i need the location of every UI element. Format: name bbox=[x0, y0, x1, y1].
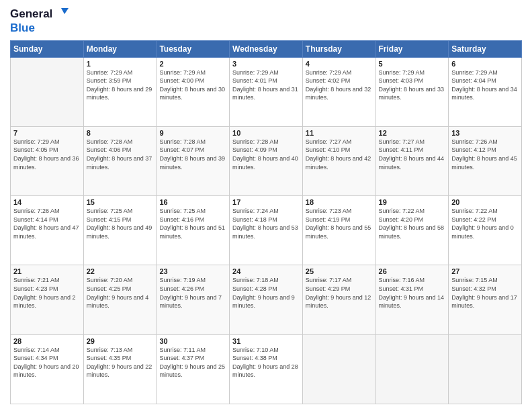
calendar-cell: 30Sunrise: 7:11 AMSunset: 4:37 PMDayligh… bbox=[157, 334, 230, 404]
day-number: 21 bbox=[13, 267, 81, 275]
day-number: 19 bbox=[379, 198, 446, 206]
day-number: 9 bbox=[159, 129, 226, 137]
calendar-cell: 28Sunrise: 7:14 AMSunset: 4:34 PMDayligh… bbox=[11, 334, 84, 404]
calendar-cell: 14Sunrise: 7:26 AMSunset: 4:14 PMDayligh… bbox=[11, 196, 84, 265]
day-number: 27 bbox=[451, 267, 519, 275]
day-info: Sunrise: 7:26 AMSunset: 4:14 PMDaylight:… bbox=[13, 207, 81, 240]
calendar-cell: 3Sunrise: 7:29 AMSunset: 4:01 PMDaylight… bbox=[230, 57, 303, 126]
day-number: 23 bbox=[159, 267, 226, 275]
logo: General Blue bbox=[10, 7, 69, 35]
calendar-week-row: 7Sunrise: 7:29 AMSunset: 4:05 PMDaylight… bbox=[11, 126, 522, 195]
calendar-week-row: 14Sunrise: 7:26 AMSunset: 4:14 PMDayligh… bbox=[11, 196, 522, 265]
day-number: 1 bbox=[87, 60, 154, 68]
calendar-cell: 15Sunrise: 7:25 AMSunset: 4:15 PMDayligh… bbox=[83, 196, 157, 265]
day-number: 17 bbox=[232, 198, 300, 206]
calendar-cell bbox=[375, 334, 449, 404]
calendar-week-row: 21Sunrise: 7:21 AMSunset: 4:23 PMDayligh… bbox=[11, 265, 522, 334]
day-info: Sunrise: 7:18 AMSunset: 4:28 PMDaylight:… bbox=[232, 276, 300, 310]
calendar-cell: 1Sunrise: 7:29 AMSunset: 3:59 PMDaylight… bbox=[83, 57, 157, 126]
calendar-cell: 11Sunrise: 7:27 AMSunset: 4:10 PMDayligh… bbox=[302, 126, 375, 195]
day-info: Sunrise: 7:11 AMSunset: 4:37 PMDaylight:… bbox=[159, 346, 226, 379]
calendar-cell: 25Sunrise: 7:17 AMSunset: 4:29 PMDayligh… bbox=[302, 265, 375, 334]
header: General Blue bbox=[10, 7, 522, 35]
day-info: Sunrise: 7:25 AMSunset: 4:16 PMDaylight:… bbox=[159, 207, 226, 240]
day-info: Sunrise: 7:22 AMSunset: 4:20 PMDaylight:… bbox=[379, 207, 446, 240]
logo-text: General Blue bbox=[10, 7, 69, 35]
day-number: 8 bbox=[87, 129, 154, 137]
day-number: 11 bbox=[306, 129, 373, 137]
day-info: Sunrise: 7:10 AMSunset: 4:38 PMDaylight:… bbox=[232, 346, 300, 379]
day-number: 29 bbox=[87, 337, 154, 345]
day-number: 6 bbox=[451, 60, 519, 68]
day-number: 25 bbox=[306, 267, 373, 275]
day-number: 14 bbox=[13, 198, 81, 206]
calendar-cell: 24Sunrise: 7:18 AMSunset: 4:28 PMDayligh… bbox=[230, 265, 303, 334]
calendar-cell: 4Sunrise: 7:29 AMSunset: 4:02 PMDaylight… bbox=[302, 57, 375, 126]
day-info: Sunrise: 7:26 AMSunset: 4:12 PMDaylight:… bbox=[451, 138, 519, 171]
weekday-header: Tuesday bbox=[157, 40, 230, 57]
calendar-cell: 8Sunrise: 7:28 AMSunset: 4:06 PMDaylight… bbox=[83, 126, 157, 195]
day-number: 28 bbox=[13, 337, 81, 345]
day-number: 7 bbox=[13, 129, 81, 137]
calendar-table: SundayMondayTuesdayWednesdayThursdayFrid… bbox=[10, 40, 522, 404]
day-info: Sunrise: 7:14 AMSunset: 4:34 PMDaylight:… bbox=[13, 346, 81, 379]
weekday-header: Saturday bbox=[449, 40, 522, 57]
day-number: 12 bbox=[379, 129, 446, 137]
day-info: Sunrise: 7:27 AMSunset: 4:10 PMDaylight:… bbox=[306, 138, 373, 171]
calendar-week-row: 1Sunrise: 7:29 AMSunset: 3:59 PMDaylight… bbox=[11, 57, 522, 126]
weekday-header: Sunday bbox=[11, 40, 84, 57]
calendar-cell bbox=[11, 57, 84, 126]
day-number: 31 bbox=[232, 337, 300, 345]
svg-marker-0 bbox=[61, 8, 69, 14]
calendar-cell: 12Sunrise: 7:27 AMSunset: 4:11 PMDayligh… bbox=[375, 126, 449, 195]
calendar-cell: 20Sunrise: 7:22 AMSunset: 4:22 PMDayligh… bbox=[449, 196, 522, 265]
calendar-cell: 2Sunrise: 7:29 AMSunset: 4:00 PMDaylight… bbox=[157, 57, 230, 126]
day-info: Sunrise: 7:29 AMSunset: 4:02 PMDaylight:… bbox=[306, 68, 373, 102]
calendar-cell: 16Sunrise: 7:25 AMSunset: 4:16 PMDayligh… bbox=[157, 196, 230, 265]
day-info: Sunrise: 7:20 AMSunset: 4:25 PMDaylight:… bbox=[87, 276, 154, 310]
calendar-cell: 6Sunrise: 7:29 AMSunset: 4:04 PMDaylight… bbox=[449, 57, 522, 126]
calendar-cell: 23Sunrise: 7:19 AMSunset: 4:26 PMDayligh… bbox=[157, 265, 230, 334]
day-info: Sunrise: 7:19 AMSunset: 4:26 PMDaylight:… bbox=[159, 276, 226, 310]
day-info: Sunrise: 7:15 AMSunset: 4:32 PMDaylight:… bbox=[451, 276, 519, 310]
calendar-cell: 26Sunrise: 7:16 AMSunset: 4:31 PMDayligh… bbox=[375, 265, 449, 334]
day-info: Sunrise: 7:16 AMSunset: 4:31 PMDaylight:… bbox=[379, 276, 446, 310]
calendar-cell: 22Sunrise: 7:20 AMSunset: 4:25 PMDayligh… bbox=[83, 265, 157, 334]
logo-flag-icon bbox=[54, 7, 69, 21]
day-info: Sunrise: 7:28 AMSunset: 4:06 PMDaylight:… bbox=[87, 138, 154, 171]
calendar-header-row: SundayMondayTuesdayWednesdayThursdayFrid… bbox=[11, 40, 522, 57]
day-number: 22 bbox=[87, 267, 154, 275]
day-number: 18 bbox=[306, 198, 373, 206]
day-number: 3 bbox=[232, 60, 300, 68]
calendar-cell: 17Sunrise: 7:24 AMSunset: 4:18 PMDayligh… bbox=[230, 196, 303, 265]
weekday-header: Friday bbox=[375, 40, 449, 57]
page: General Blue SundayMondayTuesdayWednesda… bbox=[0, 0, 532, 411]
calendar-cell: 27Sunrise: 7:15 AMSunset: 4:32 PMDayligh… bbox=[449, 265, 522, 334]
day-info: Sunrise: 7:29 AMSunset: 4:04 PMDaylight:… bbox=[451, 68, 519, 102]
day-number: 24 bbox=[232, 267, 300, 275]
day-number: 20 bbox=[451, 198, 519, 206]
day-number: 16 bbox=[159, 198, 226, 206]
day-info: Sunrise: 7:29 AMSunset: 4:01 PMDaylight:… bbox=[232, 68, 300, 102]
day-info: Sunrise: 7:24 AMSunset: 4:18 PMDaylight:… bbox=[232, 207, 300, 240]
weekday-header: Wednesday bbox=[230, 40, 303, 57]
calendar-cell: 18Sunrise: 7:23 AMSunset: 4:19 PMDayligh… bbox=[302, 196, 375, 265]
calendar-week-row: 28Sunrise: 7:14 AMSunset: 4:34 PMDayligh… bbox=[11, 334, 522, 404]
day-info: Sunrise: 7:29 AMSunset: 4:03 PMDaylight:… bbox=[379, 68, 446, 102]
calendar-cell: 29Sunrise: 7:13 AMSunset: 4:35 PMDayligh… bbox=[83, 334, 157, 404]
day-info: Sunrise: 7:22 AMSunset: 4:22 PMDaylight:… bbox=[451, 207, 519, 240]
calendar-cell: 10Sunrise: 7:28 AMSunset: 4:09 PMDayligh… bbox=[230, 126, 303, 195]
calendar-cell bbox=[302, 334, 375, 404]
calendar-cell bbox=[449, 334, 522, 404]
day-info: Sunrise: 7:28 AMSunset: 4:09 PMDaylight:… bbox=[232, 138, 300, 171]
calendar-cell: 13Sunrise: 7:26 AMSunset: 4:12 PMDayligh… bbox=[449, 126, 522, 195]
day-number: 30 bbox=[159, 337, 226, 345]
day-number: 26 bbox=[379, 267, 446, 275]
weekday-header: Thursday bbox=[302, 40, 375, 57]
day-number: 4 bbox=[306, 60, 373, 68]
day-info: Sunrise: 7:29 AMSunset: 3:59 PMDaylight:… bbox=[87, 68, 154, 102]
day-number: 10 bbox=[232, 129, 300, 137]
day-info: Sunrise: 7:17 AMSunset: 4:29 PMDaylight:… bbox=[306, 276, 373, 310]
calendar-cell: 9Sunrise: 7:28 AMSunset: 4:07 PMDaylight… bbox=[157, 126, 230, 195]
day-info: Sunrise: 7:28 AMSunset: 4:07 PMDaylight:… bbox=[159, 138, 226, 171]
